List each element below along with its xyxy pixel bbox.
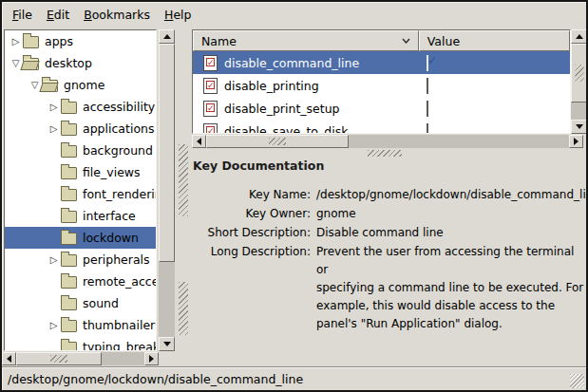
arrow-right-icon <box>149 355 154 363</box>
table-scroll-up-button[interactable] <box>571 29 587 44</box>
documentation-row: Key Name: /desktop/gnome/lockdown/disabl… <box>193 186 584 204</box>
tree-item-label: typing_break <box>83 340 157 351</box>
arrow-down-icon <box>576 124 583 129</box>
expander-icon[interactable]: ▷ <box>47 249 61 271</box>
tree-row[interactable]: sound <box>5 292 156 314</box>
tree-row[interactable]: background <box>5 140 156 161</box>
tree-scroll-down-button[interactable] <box>159 337 175 351</box>
documentation-row: Key Owner: gnome <box>193 205 584 223</box>
chevron-down-icon <box>402 38 410 44</box>
arrow-down-icon <box>163 342 171 346</box>
folder-icon <box>42 80 58 92</box>
folder-icon <box>61 145 77 158</box>
doc-field-label: Long Description: <box>193 243 311 333</box>
key-icon: ✓ <box>203 55 218 71</box>
value-checkbox[interactable] <box>427 55 428 71</box>
tree-item-label: file_views <box>83 165 141 179</box>
table-header: Name Value <box>193 30 570 51</box>
tree-row[interactable]: lockdown <box>5 227 156 249</box>
key-name-cell: ✓ disable_print_setup <box>193 101 419 117</box>
tree-scroll-up-button[interactable] <box>159 29 175 44</box>
expander-icon[interactable]: ▷ <box>47 314 61 336</box>
grip-icon <box>50 355 67 363</box>
pane-splitter-horizontal[interactable] <box>192 149 583 158</box>
documentation-row: Short Description: Disable command line <box>193 224 584 242</box>
tree-hscrollbar-thumb[interactable] <box>16 352 102 365</box>
tree-row[interactable]: ▷ thumbnailers <box>5 314 156 336</box>
tree-row[interactable]: typing_break <box>5 336 156 351</box>
tree-item-label: peripherals <box>83 252 150 267</box>
column-header-name[interactable]: Name <box>193 30 419 51</box>
tree-row[interactable]: remote_access <box>5 271 156 292</box>
pane-splitter-vertical[interactable] <box>177 29 190 365</box>
menu-help[interactable]: Help <box>164 8 192 22</box>
menu-file[interactable]: File <box>12 8 32 22</box>
tree-row[interactable]: ▽ gnome <box>5 74 156 96</box>
key-documentation-title: Key Documentation <box>193 159 324 173</box>
tree-row[interactable]: ▷ peripherals <box>5 249 156 271</box>
folder-icon <box>61 211 77 223</box>
grip-icon <box>368 150 402 157</box>
tree-row[interactable]: ▽ desktop <box>5 52 156 74</box>
tree-vscrollbar-thumb[interactable] <box>159 44 175 262</box>
table-scroll-down-button[interactable] <box>571 120 587 134</box>
grip-icon <box>179 144 188 216</box>
folder-icon <box>61 102 77 114</box>
key-name-label: disable_printing <box>224 79 319 93</box>
documentation-row: Long Description: Prevent the user from … <box>193 243 584 333</box>
table-row[interactable]: ✓ disable_print_setup <box>193 97 570 120</box>
key-icon: ✓ <box>203 78 218 94</box>
folder-icon <box>61 167 77 179</box>
gconf-editor-window: File Edit Bookmarks Help ▷ apps ▽ deskto… <box>0 0 588 392</box>
value-checkbox[interactable] <box>427 78 428 94</box>
key-name-label: disable_print_setup <box>224 102 340 116</box>
statusbar: /desktop/gnome/lockdown/disable_command_… <box>2 368 586 390</box>
doc-field-value: /desktop/gnome/lockdown/disable_command_… <box>316 186 588 204</box>
grip-icon <box>575 65 583 82</box>
tree-row[interactable]: interface <box>5 205 156 227</box>
doc-field-value: Prevent the user from accessing the term… <box>316 243 584 333</box>
table-scroll-right-button[interactable] <box>569 135 583 148</box>
table-hscrollbar[interactable] <box>192 135 583 148</box>
value-checkbox[interactable] <box>427 123 428 135</box>
tree-item-label: applications <box>83 121 154 136</box>
doc-field-value: gnome <box>316 205 584 223</box>
table-vscrollbar-thumb[interactable] <box>571 44 587 103</box>
tree-row[interactable]: font_rendering <box>5 183 156 205</box>
expander-icon[interactable]: ▽ <box>9 52 23 74</box>
tree-hscrollbar[interactable] <box>2 352 159 365</box>
statusbar-key-path: /desktop/gnome/lockdown/disable_command_… <box>8 372 303 386</box>
key-value-cell <box>419 56 570 70</box>
tree-item-label: lockdown <box>83 231 139 245</box>
tree-row[interactable]: ▷ applications <box>5 118 156 140</box>
value-checkbox[interactable] <box>427 101 428 117</box>
grip-icon <box>269 138 286 145</box>
key-value-cell <box>419 79 570 93</box>
column-value-label: Value <box>427 34 460 48</box>
tree-row[interactable]: file_views <box>5 161 156 183</box>
table-row[interactable]: ✓ disable_save_to_disk <box>193 120 570 134</box>
expander-icon[interactable]: ▷ <box>47 118 61 140</box>
key-value-cell <box>419 102 570 116</box>
folder-tree[interactable]: ▷ apps ▽ desktop ▽ gnome ▷ accessibility… <box>4 29 157 351</box>
tree-scroll-left-button[interactable] <box>2 352 16 365</box>
table-vscrollbar[interactable] <box>571 29 587 134</box>
tree-row[interactable]: ▷ apps <box>5 30 156 52</box>
table-hscrollbar-thumb[interactable] <box>206 135 349 148</box>
tree-vscrollbar[interactable] <box>159 29 175 351</box>
menu-edit[interactable]: Edit <box>47 8 69 22</box>
expander-icon[interactable]: ▷ <box>9 30 23 52</box>
tree-row[interactable]: ▷ accessibility <box>5 96 156 118</box>
expander-icon[interactable]: ▽ <box>28 74 42 96</box>
column-header-value[interactable]: Value <box>419 30 570 51</box>
folder-icon <box>61 254 77 267</box>
table-row[interactable]: ✓ disable_command_line <box>193 51 570 74</box>
menubar: File Edit Bookmarks Help <box>2 2 586 28</box>
tree-scroll-right-button[interactable] <box>144 352 159 365</box>
doc-field-value: Disable command line <box>316 224 584 242</box>
menu-bookmarks[interactable]: Bookmarks <box>84 8 150 22</box>
resize-grip[interactable] <box>570 374 584 388</box>
table-row[interactable]: ✓ disable_printing <box>193 74 570 97</box>
table-scroll-left-button[interactable] <box>192 135 206 148</box>
expander-icon[interactable]: ▷ <box>47 96 61 118</box>
